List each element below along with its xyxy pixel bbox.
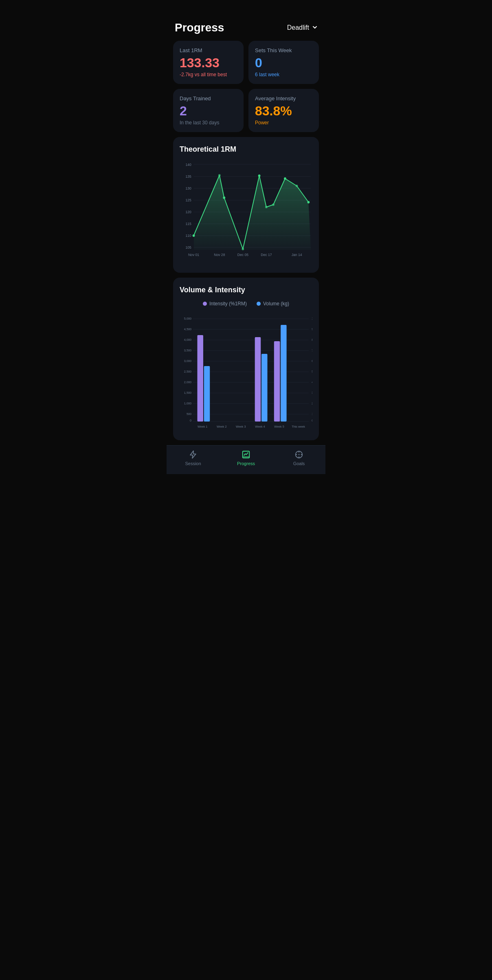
svg-marker-17 (194, 175, 311, 250)
bar-week5-intensity (274, 341, 280, 422)
theoretical-1rm-card: Theoretical 1RM 140 135 130 125 120 115 … (173, 137, 319, 273)
sets-this-week-card: Sets This Week 0 6 last week (248, 41, 319, 84)
legend-intensity: Intensity (%1RM) (203, 301, 247, 307)
exercise-dropdown[interactable]: Deadlift (287, 24, 317, 31)
svg-text:125: 125 (185, 198, 191, 202)
svg-text:80: 80 (312, 338, 312, 342)
nav-session[interactable]: Session (179, 450, 207, 466)
svg-text:Week 1: Week 1 (198, 425, 207, 428)
legend-volume: Volume (kg) (257, 301, 289, 307)
svg-text:2,500: 2,500 (184, 370, 191, 373)
svg-point-19 (218, 174, 221, 177)
last-1rm-label: Last 1RM (180, 47, 237, 53)
svg-text:3,500: 3,500 (184, 349, 191, 352)
svg-text:4,500: 4,500 (184, 327, 191, 331)
svg-text:Jan 14: Jan 14 (292, 253, 302, 257)
avg-intensity-card: Average Intensity 83.8% Power (248, 89, 319, 132)
svg-point-26 (296, 185, 298, 187)
svg-text:90: 90 (312, 327, 312, 331)
svg-text:140: 140 (185, 163, 191, 167)
chevron-down-icon (312, 24, 317, 31)
theoretical-1rm-title: Theoretical 1RM (180, 145, 312, 154)
dropdown-label: Deadlift (287, 24, 309, 31)
sets-this-week-sub: 6 last week (255, 72, 312, 77)
svg-text:40: 40 (312, 380, 312, 384)
svg-text:0: 0 (312, 419, 312, 422)
svg-text:3,000: 3,000 (184, 359, 191, 363)
volume-intensity-chart: 5,000 4,500 4,000 3,500 3,000 2,500 2,00… (180, 311, 312, 434)
svg-point-75 (299, 454, 300, 455)
sets-this-week-value: 0 (255, 56, 312, 70)
svg-text:This week: This week (292, 425, 305, 428)
svg-text:Week 5: Week 5 (274, 425, 284, 428)
avg-intensity-sub: Power (255, 120, 312, 126)
svg-point-22 (258, 174, 261, 177)
nav-session-label: Session (185, 461, 201, 466)
last-1rm-card: Last 1RM 133.33 -2.7kg vs all time best (173, 41, 244, 84)
svg-point-20 (223, 196, 225, 199)
svg-point-24 (272, 203, 275, 206)
bottom-nav: Session Progress (167, 445, 325, 474)
svg-text:70: 70 (312, 349, 312, 352)
svg-text:Dec 17: Dec 17 (261, 253, 272, 257)
target-icon (294, 450, 304, 459)
svg-text:130: 130 (185, 186, 191, 190)
svg-text:100: 100 (312, 317, 312, 320)
svg-text:60: 60 (312, 359, 312, 363)
svg-text:500: 500 (187, 412, 191, 416)
header: Progress Deadlift (167, 0, 325, 41)
svg-text:120: 120 (185, 210, 191, 214)
svg-point-27 (308, 201, 310, 203)
svg-text:Week 2: Week 2 (217, 425, 226, 428)
svg-text:Week 3: Week 3 (236, 425, 246, 428)
legend-intensity-dot (203, 302, 207, 306)
svg-text:110: 110 (185, 234, 191, 238)
bar-week1-intensity (197, 335, 203, 422)
bar-week4-intensity (255, 337, 261, 422)
legend-volume-dot (257, 302, 261, 306)
page-title: Progress (175, 21, 224, 34)
svg-text:1,000: 1,000 (184, 402, 191, 405)
svg-text:105: 105 (185, 245, 191, 249)
svg-text:20: 20 (312, 402, 312, 405)
svg-text:2,000: 2,000 (184, 380, 191, 384)
stats-grid: Last 1RM 133.33 -2.7kg vs all time best … (167, 41, 325, 137)
theoretical-1rm-chart: 140 135 130 125 120 115 110 105 (180, 160, 312, 266)
svg-text:1,500: 1,500 (184, 391, 191, 395)
svg-text:5,000: 5,000 (184, 317, 191, 320)
svg-text:30: 30 (312, 391, 312, 395)
chart-legend: Intensity (%1RM) Volume (kg) (180, 301, 312, 307)
legend-volume-label: Volume (kg) (263, 301, 289, 307)
avg-intensity-value: 83.8% (255, 104, 312, 118)
svg-text:Nov 28: Nov 28 (214, 253, 225, 257)
page: Progress Deadlift Last 1RM 133.33 -2.7kg… (167, 0, 325, 474)
svg-text:135: 135 (185, 174, 191, 179)
bar-week5-volume (281, 325, 286, 422)
svg-text:115: 115 (185, 222, 191, 226)
days-trained-label: Days Trained (180, 95, 237, 102)
svg-point-18 (193, 234, 195, 237)
nav-progress-label: Progress (237, 461, 255, 466)
days-trained-sub: In the last 30 days (180, 120, 237, 126)
bolt-icon (188, 450, 198, 459)
bar-week4-volume (261, 354, 267, 422)
sets-this-week-label: Sets This Week (255, 47, 312, 53)
svg-point-25 (284, 177, 286, 180)
svg-point-23 (265, 206, 268, 208)
chart-icon (241, 450, 251, 459)
svg-text:10: 10 (312, 412, 312, 416)
nav-progress[interactable]: Progress (232, 450, 260, 466)
volume-intensity-title: Volume & Intensity (180, 286, 312, 294)
volume-intensity-card: Volume & Intensity Intensity (%1RM) Volu… (173, 278, 319, 440)
svg-text:Week 4: Week 4 (255, 425, 265, 428)
last-1rm-sub: -2.7kg vs all time best (180, 72, 237, 77)
svg-text:Dec 05: Dec 05 (237, 253, 248, 257)
avg-intensity-label: Average Intensity (255, 95, 312, 102)
svg-text:0: 0 (190, 419, 191, 422)
nav-goals-label: Goals (293, 461, 305, 466)
svg-text:4,000: 4,000 (184, 338, 191, 342)
svg-point-21 (242, 248, 244, 250)
days-trained-value: 2 (180, 104, 237, 118)
nav-goals[interactable]: Goals (285, 450, 313, 466)
bar-week1-volume (204, 366, 210, 422)
